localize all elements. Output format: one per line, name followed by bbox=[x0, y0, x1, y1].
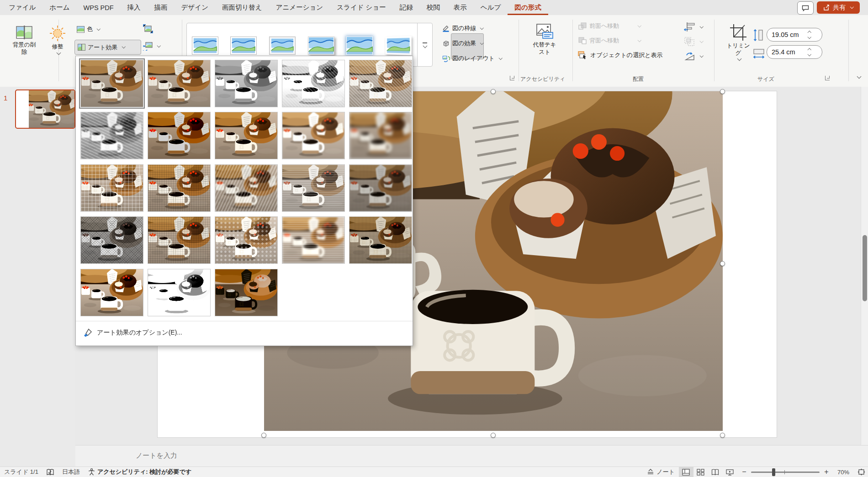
artistic-effect-thumbnail-mosaic-bubble[interactable] bbox=[215, 216, 278, 264]
menu-tab-校閲[interactable]: 校閲 bbox=[420, 0, 447, 15]
resize-handle-bottom-right[interactable] bbox=[720, 433, 725, 438]
slide-thumbnail[interactable] bbox=[15, 89, 75, 129]
shape-width-field[interactable] bbox=[767, 45, 822, 59]
remove-background-button[interactable]: 背景の削除 bbox=[5, 25, 44, 56]
comments-button[interactable] bbox=[797, 1, 814, 15]
menu-tab-ヘルプ[interactable]: ヘルプ bbox=[474, 0, 508, 15]
artistic-effect-thumbnail-glow-edges[interactable] bbox=[215, 269, 278, 316]
artistic-effect-thumbnail-cement[interactable] bbox=[282, 164, 345, 212]
spinner-up-icon[interactable] bbox=[808, 48, 811, 52]
picture-style-thumbnail-simple-frame-white[interactable] bbox=[230, 37, 257, 55]
vertical-scrollbar[interactable] bbox=[861, 87, 868, 467]
zoom-slider-track[interactable] bbox=[751, 472, 820, 473]
resize-handle-bottom-left[interactable] bbox=[261, 433, 266, 438]
artistic-effect-thumbnail-patchwork[interactable] bbox=[148, 164, 211, 212]
picture-style-thumbnail-soft-edge-glow[interactable] bbox=[346, 37, 373, 55]
resize-handle-middle-right[interactable] bbox=[720, 261, 725, 266]
menu-tab-WPS PDF[interactable]: WPS PDF bbox=[77, 0, 121, 15]
spinner-down-icon[interactable] bbox=[808, 35, 811, 39]
artistic-effect-thumbnail-texturizer[interactable] bbox=[349, 164, 412, 212]
width-spinner[interactable] bbox=[808, 49, 811, 56]
menu-tab-図の形式[interactable]: 図の形式 bbox=[508, 0, 548, 15]
picture-style-thumbnail-perspective-tilt[interactable] bbox=[386, 36, 412, 55]
spinner-up-icon[interactable] bbox=[808, 31, 811, 34]
shape-height-field[interactable] bbox=[767, 28, 822, 42]
artistic-effect-thumbnail-cutout[interactable] bbox=[80, 269, 143, 316]
accessibility-checker-button[interactable]: アクセシビリティ: 検討が必要です bbox=[84, 467, 196, 477]
align-objects-button[interactable] bbox=[684, 22, 703, 32]
zoom-slider-thumb[interactable] bbox=[772, 468, 775, 476]
compress-picture-button[interactable] bbox=[143, 24, 153, 33]
artistic-effects-button[interactable]: アート効果 bbox=[74, 40, 141, 55]
artistic-effect-thumbnail-film-grain[interactable] bbox=[349, 216, 412, 264]
artistic-effect-thumbnail-pencil-sketch[interactable] bbox=[282, 60, 345, 107]
resize-handle-top-right[interactable] bbox=[720, 89, 725, 94]
artistic-effect-thumbnail-pastel-smooth[interactable] bbox=[148, 216, 211, 264]
picture-style-thumbnail-compound-frame-selected[interactable] bbox=[269, 37, 296, 55]
slide-sorter-view-button[interactable] bbox=[693, 467, 708, 477]
picture-styles-dialog-launcher[interactable] bbox=[510, 76, 514, 80]
menu-tab-ホーム[interactable]: ホーム bbox=[42, 0, 76, 15]
zoom-out-button[interactable]: − bbox=[741, 468, 747, 476]
normal-view-button[interactable] bbox=[679, 467, 693, 477]
crop-button[interactable]: トリミング bbox=[724, 23, 752, 60]
corrections-button[interactable]: 修整 bbox=[44, 25, 71, 54]
size-dialog-launcher[interactable] bbox=[825, 76, 830, 80]
scrollbar-thumb[interactable] bbox=[863, 235, 867, 301]
menu-tab-アニメーション[interactable]: アニメーション bbox=[269, 0, 330, 15]
picture-border-button[interactable]: 図の枠線 bbox=[442, 24, 483, 32]
artistic-effect-thumbnail-light-screen[interactable] bbox=[80, 164, 143, 212]
artistic-effects-options-item[interactable]: アート効果のオプション(E)... bbox=[76, 324, 413, 342]
picture-style-thumbnail-simple-frame[interactable] bbox=[192, 37, 218, 55]
menu-tab-ファイル[interactable]: ファイル bbox=[2, 0, 42, 15]
collapse-ribbon-icon[interactable] bbox=[857, 74, 862, 79]
artistic-effect-thumbnail-paint-strokes[interactable] bbox=[148, 112, 211, 159]
notes-pane[interactable]: ノートを入力 bbox=[75, 445, 868, 467]
zoom-level-button[interactable]: 70% bbox=[833, 467, 853, 477]
picture-layout-button[interactable]: 図のレイアウト bbox=[442, 54, 502, 63]
color-button[interactable]: 色 bbox=[77, 25, 100, 33]
menu-tab-スライド ショー[interactable]: スライド ショー bbox=[330, 0, 393, 15]
menu-tab-デザイン[interactable]: デザイン bbox=[175, 0, 215, 15]
spinner-down-icon[interactable] bbox=[808, 52, 811, 56]
artistic-effect-thumbnail-none[interactable] bbox=[80, 60, 143, 107]
resize-handle-bottom-center[interactable] bbox=[491, 433, 496, 438]
artistic-effect-thumbnail-pencil-grayscale[interactable] bbox=[215, 60, 278, 107]
resize-handle-top-center[interactable] bbox=[491, 89, 496, 94]
artistic-effect-thumbnail-paint-brush[interactable] bbox=[215, 112, 278, 159]
artistic-effect-thumbnail-line-drawing[interactable] bbox=[349, 60, 412, 107]
selection-pane-button[interactable]: オブジェクトの選択と表示 bbox=[578, 51, 662, 59]
artistic-effect-thumbnail-marker[interactable] bbox=[148, 60, 211, 107]
height-spinner[interactable] bbox=[808, 31, 811, 38]
menu-tab-描画[interactable]: 描画 bbox=[148, 0, 175, 15]
artistic-effect-thumbnail-photocopy[interactable] bbox=[148, 269, 211, 316]
change-picture-button[interactable] bbox=[143, 42, 160, 51]
artistic-effect-thumbnail-blur[interactable] bbox=[349, 112, 412, 159]
artistic-effect-thumbnail-watercolor-sponge[interactable] bbox=[282, 112, 345, 159]
notes-toggle-button[interactable]: ノート bbox=[643, 467, 679, 477]
rotate-objects-button[interactable] bbox=[684, 51, 703, 61]
picture-style-thumbnail-drop-shadow[interactable] bbox=[308, 37, 334, 55]
notes-placeholder[interactable]: ノートを入力 bbox=[136, 451, 177, 460]
language-button[interactable]: 日本語 bbox=[58, 467, 84, 477]
alt-text-button[interactable]: 代替テキスト bbox=[526, 23, 563, 56]
artistic-effect-thumbnail-glass[interactable] bbox=[215, 164, 278, 212]
picture-effects-button[interactable]: 図の効果 bbox=[442, 39, 483, 47]
reading-view-button[interactable] bbox=[708, 467, 723, 477]
shape-width-input[interactable] bbox=[772, 48, 807, 56]
slideshow-view-button[interactable] bbox=[723, 467, 737, 477]
menu-tab-記録[interactable]: 記録 bbox=[393, 0, 420, 15]
menu-tab-画面切り替え[interactable]: 画面切り替え bbox=[215, 0, 269, 15]
artistic-effect-thumbnail-glass-powder[interactable] bbox=[282, 216, 345, 264]
menu-tab-表示[interactable]: 表示 bbox=[447, 0, 474, 15]
picture-styles-more-button[interactable] bbox=[417, 23, 433, 67]
zoom-in-button[interactable]: + bbox=[823, 468, 830, 476]
artistic-effect-thumbnail-crosshatch-etching[interactable] bbox=[80, 216, 143, 264]
spell-check-button[interactable] bbox=[42, 467, 58, 477]
shape-height-input[interactable] bbox=[772, 31, 807, 38]
fit-to-window-button[interactable] bbox=[853, 467, 868, 477]
menu-tab-挿入[interactable]: 挿入 bbox=[121, 0, 148, 15]
selection-pane-icon bbox=[578, 51, 588, 59]
artistic-effect-thumbnail-chalk-sketch[interactable] bbox=[80, 112, 143, 159]
share-button[interactable]: 共有 bbox=[817, 1, 860, 14]
